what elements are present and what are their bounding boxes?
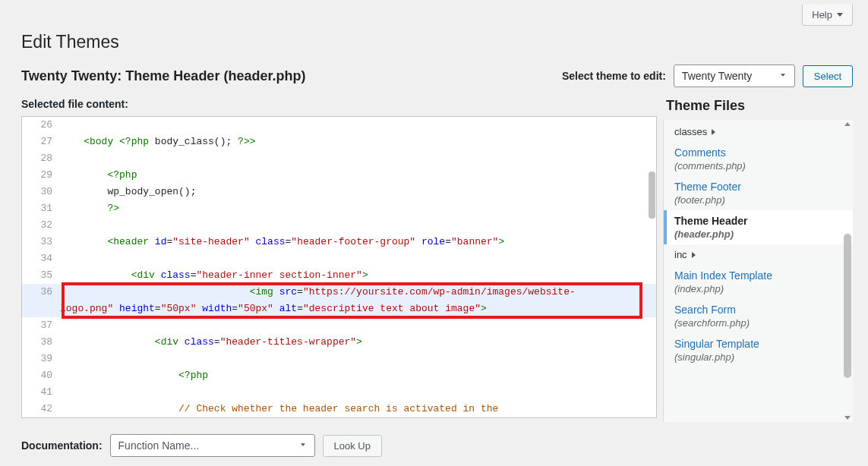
code-content[interactable]: <header id="site-header" class="header-f… <box>60 234 656 250</box>
code-content[interactable]: <div class="header-titles-wrapper"> <box>60 334 656 351</box>
code-line[interactable]: 31 ?> <box>22 200 656 217</box>
line-number: 39 <box>22 351 60 367</box>
code-content[interactable]: wp_body_open(); <box>60 184 656 200</box>
code-line[interactable]: 29 <?php <box>22 167 656 184</box>
code-line[interactable]: 30 wp_body_open(); <box>22 184 656 200</box>
file-name: Search Form <box>674 304 845 316</box>
line-number: 33 <box>22 234 60 250</box>
select-button[interactable]: Select <box>803 65 853 87</box>
code-content[interactable] <box>60 250 656 267</box>
line-number: 28 <box>22 150 60 167</box>
code-line[interactable]: 40 <?php <box>22 367 656 384</box>
code-line[interactable]: 38 <div class="header-titles-wrapper"> <box>22 334 656 351</box>
file-name: Comments <box>674 146 845 159</box>
line-number: 42 <box>22 401 60 417</box>
file-item[interactable]: Search Form(searchform.php) <box>664 299 853 333</box>
sidebar-scrollbar[interactable] <box>844 120 851 422</box>
code-line[interactable]: 32 <box>22 217 656 234</box>
caret-right-icon <box>692 252 696 258</box>
code-line[interactable]: 26 <box>22 117 656 134</box>
file-subname: (footer.php) <box>674 194 845 206</box>
code-content[interactable]: // Check whether the header search is ac… <box>60 401 656 417</box>
code-content[interactable]: logo.png" height="50px" width="50px" alt… <box>60 301 656 317</box>
code-content[interactable]: <?php <box>60 167 656 184</box>
scrollbar-thumb[interactable] <box>649 172 655 219</box>
file-name: Singular Template <box>674 338 845 350</box>
code-content[interactable]: <?php <box>60 367 656 384</box>
scroll-down-icon <box>844 416 851 420</box>
file-item[interactable]: Comments(comments.php) <box>664 142 853 176</box>
file-subname: (comments.php) <box>674 160 845 172</box>
file-name: Theme Header <box>674 215 845 227</box>
code-line[interactable]: 35 <div class="header-inner section-inne… <box>22 267 656 284</box>
code-content[interactable]: <body <?php body_class(); ?>> <box>60 134 656 150</box>
line-number: 37 <box>22 317 60 334</box>
folder-label: classes <box>674 126 707 137</box>
code-line[interactable]: 28 <box>22 150 656 167</box>
line-number: 30 <box>22 184 60 200</box>
code-line[interactable]: 33 <header id="site-header" class="heade… <box>22 234 656 250</box>
code-content[interactable] <box>60 384 656 401</box>
line-number: 29 <box>22 167 60 184</box>
folder-label: inc <box>674 249 687 260</box>
file-subname: (index.php) <box>674 283 845 294</box>
code-line[interactable]: 41 <box>22 384 656 401</box>
code-line[interactable]: 37 <box>22 317 656 334</box>
code-line[interactable]: 27 <body <?php body_class(); ?>> <box>22 134 656 150</box>
code-content[interactable] <box>60 217 656 234</box>
scroll-up-icon <box>844 122 851 126</box>
line-number: 40 <box>22 367 60 384</box>
line-number <box>22 301 60 317</box>
caret-right-icon <box>712 129 715 135</box>
line-number: 41 <box>22 384 60 401</box>
caret-down-icon <box>837 13 843 17</box>
documentation-label: Documentation: <box>21 439 103 452</box>
file-heading: Twenty Twenty: Theme Header (header.php) <box>21 68 305 84</box>
lookup-button[interactable]: Look Up <box>323 435 382 457</box>
documentation-select[interactable]: Function Name... <box>110 434 315 457</box>
scrollbar-thumb[interactable] <box>844 234 851 378</box>
line-number: 26 <box>22 117 60 134</box>
selected-file-label: Selected file content: <box>21 98 657 110</box>
help-label: Help <box>812 9 832 20</box>
code-line[interactable]: 34 <box>22 250 656 267</box>
file-subname: (searchform.php) <box>674 317 845 329</box>
folder-item[interactable]: inc <box>664 244 853 265</box>
code-content[interactable] <box>60 351 656 367</box>
code-line[interactable]: 39 <box>22 351 656 367</box>
code-content[interactable] <box>60 117 656 134</box>
folder-item[interactable]: classes <box>664 121 853 142</box>
line-number: 32 <box>22 217 60 234</box>
line-number: 35 <box>22 267 60 284</box>
line-number: 31 <box>22 200 60 217</box>
file-item[interactable]: Singular Template(singular.php) <box>664 333 853 367</box>
file-item[interactable]: Theme Footer(footer.php) <box>664 176 853 210</box>
theme-select[interactable]: Twenty Twenty <box>674 65 795 87</box>
code-editor[interactable]: 2627 <body <?php body_class(); ?>>2829 <… <box>21 116 657 418</box>
code-line[interactable]: 36 <img src="https://yoursite.com/wp-adm… <box>22 284 656 301</box>
code-line[interactable]: logo.png" height="50px" width="50px" alt… <box>22 301 656 317</box>
code-content[interactable] <box>60 317 656 334</box>
theme-select-label: Select theme to edit: <box>562 70 666 82</box>
file-name: Main Index Template <box>674 269 845 282</box>
code-content[interactable]: <img src="https://yoursite.com/wp-admin/… <box>60 284 656 301</box>
help-button[interactable]: Help <box>802 5 853 26</box>
line-number: 36 <box>22 284 60 301</box>
file-item[interactable]: Main Index Template(index.php) <box>664 265 853 299</box>
code-line[interactable]: 42 // Check whether the header search is… <box>22 401 656 417</box>
file-subname: (header.php) <box>674 228 845 240</box>
code-content[interactable] <box>60 150 656 167</box>
theme-files-title: Theme Files <box>666 98 853 114</box>
code-content[interactable]: <div class="header-inner section-inner"> <box>60 267 656 284</box>
file-name: Theme Footer <box>674 181 845 193</box>
line-number: 27 <box>22 134 60 150</box>
file-item[interactable]: Theme Header(header.php) <box>664 210 853 244</box>
line-number: 34 <box>22 250 60 267</box>
file-subname: (singular.php) <box>674 351 845 363</box>
line-number: 38 <box>22 334 60 351</box>
code-content[interactable]: ?> <box>60 200 656 217</box>
page-title: Edit Themes <box>21 32 853 52</box>
